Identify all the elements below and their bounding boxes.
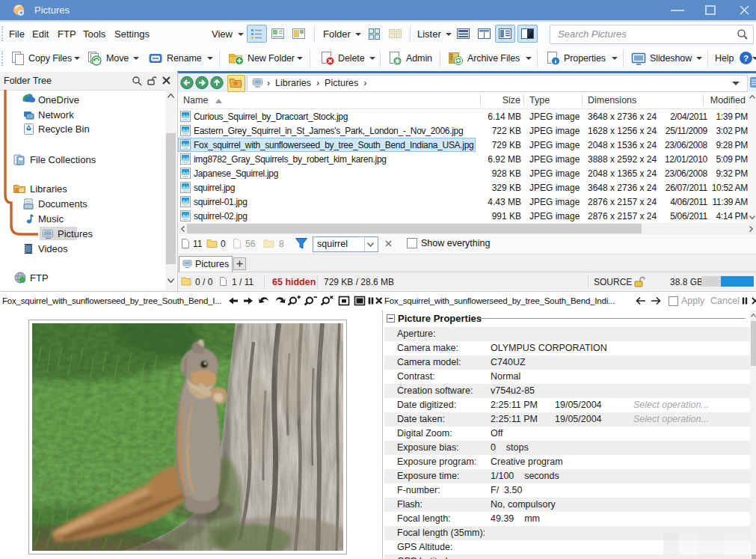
svg-text:?: ? [743,54,749,63]
